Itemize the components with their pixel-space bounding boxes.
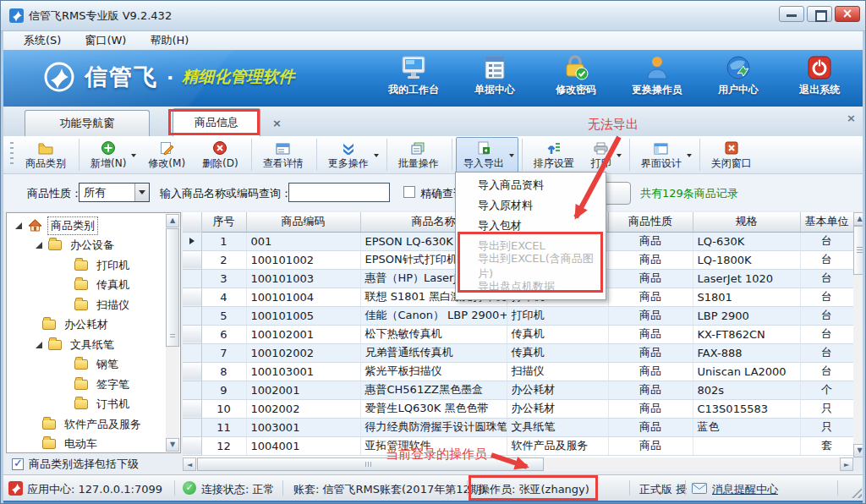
toolbar-edit[interactable]: 修改(M): [140, 137, 195, 173]
row-selector[interactable]: [183, 325, 201, 343]
maximize-button[interactable]: [807, 6, 832, 22]
action-switch-operator[interactable]: 更换操作员: [622, 55, 692, 97]
row-selector[interactable]: [183, 232, 201, 250]
table-row[interactable]: 7 100102002 兄弟普通纸传真机 传真机 商品 FAX-888 台: [183, 343, 853, 362]
toolbar-ui-design[interactable]: 界面设计: [633, 137, 696, 173]
nature-select[interactable]: 所有: [79, 183, 150, 202]
tree-item[interactable]: 钢笔: [8, 355, 165, 375]
scroll-up-icon[interactable]: ▲: [166, 214, 179, 227]
envelope-icon: [692, 483, 707, 494]
toolbar-close-window[interactable]: 关闭窗口: [704, 137, 761, 173]
table-row[interactable]: 10 1002002 爱普生LQ630K 黑色色带 办公耗材 商品 C13S01…: [183, 399, 853, 418]
close-button[interactable]: [835, 6, 860, 22]
action-exit-system[interactable]: 退出系统: [785, 55, 854, 97]
resize-grip[interactable]: [852, 488, 862, 498]
home-icon: [28, 219, 42, 232]
action-user-center[interactable]: 用户中心: [704, 55, 773, 97]
table-row[interactable]: 12 1004001 亚拓管理软件 软件产品及服务 商品 套: [183, 436, 853, 455]
tab-product-info[interactable]: 商品信息: [173, 108, 260, 136]
row-selector[interactable]: [183, 362, 201, 381]
banner: 信管飞 · 精细化管理软件 我的工作台: [3, 50, 864, 107]
table-row[interactable]: 6 100102001 松下热敏传真机 传真机 商品 KX-FT862CN 台: [183, 325, 853, 343]
row-selector[interactable]: [183, 399, 201, 418]
folder-icon: [42, 320, 56, 330]
row-selector[interactable]: [183, 418, 201, 436]
row-selector[interactable]: [183, 288, 201, 306]
toolbar-add[interactable]: 新增(N): [83, 137, 140, 173]
menu-window[interactable]: 窗口(W): [73, 31, 138, 50]
toolbar-sort-settings[interactable]: 排序设置: [526, 137, 584, 173]
col-header-code[interactable]: 商品编码: [246, 212, 360, 232]
expander-icon[interactable]: [36, 242, 42, 249]
lock-password-icon: [562, 55, 589, 80]
table-row[interactable]: 8 100103001 紫光平板扫描仪 扫描仪 商品 Uniscan LA200…: [183, 362, 853, 381]
toolbar-more-actions[interactable]: 更多操作: [321, 137, 383, 173]
row-selector[interactable]: [183, 269, 201, 288]
col-header-nature[interactable]: 商品性质: [608, 212, 693, 232]
toolbar-print[interactable]: 打印: [584, 137, 626, 173]
select-caret-icon: [134, 184, 149, 201]
tree-item[interactable]: 传真机: [8, 276, 165, 296]
tree-item[interactable]: 办公耗材: [8, 315, 165, 336]
scroll-left-icon[interactable]: ◄: [183, 457, 196, 471]
documents-icon: [482, 55, 507, 80]
action-document-center[interactable]: 单据中心: [460, 55, 529, 97]
tree-item[interactable]: 打印机: [8, 255, 165, 276]
toolbar-view-detail[interactable]: 查看详情: [255, 137, 313, 173]
table-row[interactable]: 9 1002001 惠普CH561ZZ黑色墨盒 办公耗材 商品 802s 个: [183, 381, 853, 399]
row-selector[interactable]: [183, 343, 201, 362]
table-row[interactable]: 11 1003001 得力经典防滑握手设计圆珠笔 文具纸笔 商品 蓝色 只: [183, 418, 853, 436]
tree-item-root[interactable]: 商品类别: [8, 216, 165, 236]
menu-item-import-materials[interactable]: 导入原材料: [456, 195, 606, 216]
menu-item-import-packaging[interactable]: 导入包材: [456, 216, 606, 236]
minimize-button[interactable]: [779, 6, 804, 22]
category-tree-panel: 商品类别 办公设备 打印机 传真机 扫描仪 办公耗材: [6, 212, 181, 453]
col-header-unit[interactable]: 基本单位: [800, 212, 853, 232]
tree-item[interactable]: 文具纸笔: [8, 335, 165, 355]
filterbar: 商品性质： 所有 输入商品名称或编码查询： 精确查询 共有129条商品记录: [3, 174, 864, 211]
tree-item[interactable]: 签字笔: [8, 375, 165, 395]
toolbar-product-category[interactable]: 商品类别: [18, 137, 75, 173]
expander-icon[interactable]: [36, 342, 42, 348]
table-row[interactable]: 5 100101005 佳能（Canon） LBP 2900+ 黑白激光打印机 …: [183, 306, 853, 325]
scroll-thumb[interactable]: [166, 228, 179, 347]
tab-close-icon[interactable]: [272, 117, 282, 129]
grid-hscrollbar[interactable]: ◄ ►: [183, 457, 853, 471]
tree-item[interactable]: 电动车: [8, 435, 165, 452]
scroll-thumb[interactable]: [197, 457, 544, 471]
toolbar-batch-actions[interactable]: 批量操作: [391, 137, 448, 173]
banner-actions: 我的工作台 单据中心 修改密码: [379, 55, 854, 97]
search-input[interactable]: [288, 183, 390, 202]
menu-system[interactable]: 系统(S): [12, 31, 73, 50]
nature-label: 商品性质：: [27, 186, 82, 201]
tree-item[interactable]: 扫描仪: [8, 295, 165, 315]
tree-item[interactable]: 办公设备: [8, 236, 165, 256]
action-change-password[interactable]: 修改密码: [541, 55, 611, 97]
folder-icon: [74, 260, 88, 271]
ui-design-icon: [654, 143, 668, 155]
row-selector[interactable]: [183, 306, 201, 325]
menu-item-import-products[interactable]: 导入商品资料: [456, 175, 606, 195]
action-my-workbench[interactable]: 我的工作台: [379, 55, 448, 97]
col-header-num[interactable]: 序号: [201, 212, 246, 232]
toolbar-import-export[interactable]: 导入导出: [456, 137, 518, 173]
precise-checkbox[interactable]: [403, 186, 415, 198]
tree-scrollbar[interactable]: ▲ ▼: [166, 214, 179, 452]
message-center-link[interactable]: 消息提醒中心: [712, 482, 778, 497]
tree-item[interactable]: 软件产品及服务: [8, 414, 165, 435]
panel-close-icon[interactable]: [847, 112, 856, 124]
scroll-down-icon[interactable]: ▼: [166, 438, 179, 452]
row-selector[interactable]: [183, 381, 201, 399]
col-header-spec[interactable]: 规格: [693, 212, 800, 232]
tree-item[interactable]: 订书机: [8, 395, 165, 415]
expander-icon[interactable]: [15, 222, 22, 229]
include-sub-checkbox[interactable]: [12, 458, 24, 470]
row-selector[interactable]: [183, 436, 201, 455]
menu-help[interactable]: 帮助(H): [138, 31, 200, 50]
row-selector[interactable]: [183, 250, 201, 269]
folder-icon: [38, 143, 53, 155]
toolbar-delete[interactable]: 删除(D): [195, 137, 248, 173]
tab-function-nav[interactable]: 功能导航窗: [25, 110, 150, 136]
scroll-right-icon[interactable]: ►: [840, 457, 853, 471]
window-right-edge: [863, 31, 865, 503]
